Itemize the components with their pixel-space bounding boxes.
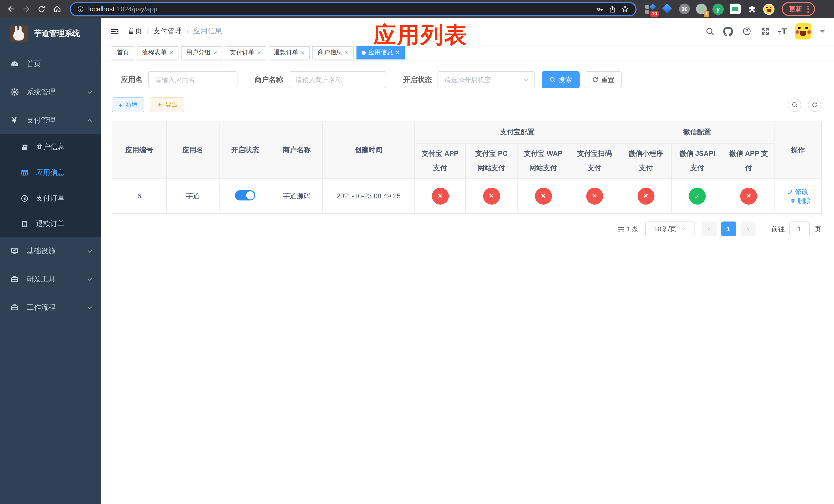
search-icon — [549, 76, 556, 83]
extensions-puzzle-icon[interactable] — [746, 3, 758, 15]
tag-process-form[interactable]: 流程表单× — [137, 46, 178, 59]
hide-search-button[interactable] — [788, 98, 801, 112]
config-status-icon — [740, 188, 757, 205]
extension-recorder-icon[interactable]: 1 — [696, 3, 707, 15]
browser-forward-button[interactable] — [20, 2, 33, 16]
merchant-name-input[interactable] — [289, 71, 386, 88]
col-group-alipay: 支付宝配置 — [415, 122, 620, 143]
refresh-icon — [592, 76, 598, 83]
share-icon[interactable] — [608, 5, 616, 13]
app-name-input[interactable] — [148, 71, 238, 88]
page-size-select[interactable]: 10条/页 — [645, 222, 695, 236]
search-icon[interactable] — [704, 26, 715, 37]
tag-app-info-active[interactable]: 应用信息× — [356, 46, 404, 59]
export-button[interactable]: 导出 — [150, 97, 184, 112]
shop-icon — [20, 143, 29, 151]
sidebar-item-label: 应用信息 — [36, 168, 65, 177]
tag-merchant-info[interactable]: 商户信息× — [313, 46, 354, 59]
sidebar-item-pay-orders[interactable]: 支付订单 — [0, 186, 101, 211]
close-icon[interactable]: × — [257, 49, 261, 56]
goto-page-input[interactable] — [789, 222, 810, 236]
breadcrumb-payment[interactable]: 支付管理 — [153, 27, 182, 36]
refresh-table-button[interactable] — [808, 98, 821, 112]
next-page-button[interactable]: › — [741, 222, 755, 236]
chevron-down-icon — [87, 304, 93, 311]
document-icon — [20, 220, 29, 228]
yen-circle-icon — [20, 194, 29, 203]
col-alipay-wap: 支付宝 WAP 网站支付 — [518, 143, 569, 179]
sidebar-item-label: 支付管理 — [27, 116, 56, 125]
sidebar-submenu-payment: 商户信息 应用信息 支付订单 — [0, 134, 101, 237]
search-button[interactable]: 搜索 — [542, 71, 579, 88]
reset-button[interactable]: 重置 — [585, 71, 622, 88]
chevron-down-icon — [681, 226, 686, 232]
close-icon[interactable]: × — [169, 49, 173, 56]
address-bar[interactable]: localhost:1024/pay/app — [70, 2, 637, 16]
bookmark-star-icon[interactable] — [621, 5, 629, 13]
browser-home-button[interactable] — [50, 2, 64, 16]
tag-pay-order[interactable]: 支付订单× — [225, 46, 266, 59]
tag-home[interactable]: 首页 — [112, 46, 134, 59]
cell-app-id: 6 — [112, 179, 167, 214]
extension-chat-icon[interactable] — [729, 3, 741, 15]
fullscreen-icon[interactable] — [760, 26, 770, 37]
extension-kite-icon[interactable] — [662, 3, 673, 15]
yen-icon: ¥ — [10, 116, 19, 124]
close-icon[interactable]: × — [213, 49, 217, 56]
col-group-wechat: 微信配置 — [620, 122, 774, 143]
github-icon[interactable] — [723, 26, 733, 37]
screen: localhost:1024/pay/app 10 — [0, 0, 834, 504]
delete-link[interactable]: 删除 — [790, 196, 811, 205]
add-button[interactable]: + 新增 — [112, 97, 144, 112]
browser-profile-avatar[interactable] — [763, 3, 774, 15]
monitor-chart-icon — [10, 247, 19, 255]
col-merchant: 商户名称 — [271, 122, 323, 179]
sidebar-fold-icon[interactable] — [110, 26, 119, 36]
chevron-down-icon — [87, 248, 93, 254]
browser-reload-button[interactable] — [35, 2, 48, 16]
browser-update-menu-button[interactable]: 更新 — [782, 2, 815, 16]
sidebar-item-payment[interactable]: ¥ 支付管理 — [0, 106, 101, 134]
search-icon — [791, 101, 798, 108]
breadcrumb-separator: / — [187, 27, 189, 36]
sidebar-item-workflow[interactable]: 工作流程 — [0, 293, 101, 321]
prev-page-button[interactable]: ‹ — [702, 222, 717, 236]
browser-back-button[interactable] — [4, 2, 18, 16]
status-toggle[interactable] — [235, 190, 256, 201]
sidebar-logo-row[interactable]: 芋道管理系统 — [0, 21, 101, 46]
sidebar-item-refund-orders[interactable]: 退款订单 — [0, 211, 101, 237]
font-size-icon[interactable]: TT — [778, 27, 787, 36]
close-icon[interactable]: × — [301, 49, 305, 56]
sidebar-item-dev-tools[interactable]: 研发工具 — [0, 265, 101, 293]
breadcrumb-home[interactable]: 首页 — [128, 27, 142, 36]
extension-tampermonkey-icon[interactable]: 10 — [645, 3, 656, 15]
sidebar-item-system[interactable]: 系统管理 — [0, 78, 101, 106]
sidebar-item-infrastructure[interactable]: 基础设施 — [0, 237, 101, 265]
sidebar-item-app-info[interactable]: 应用信息 — [0, 160, 101, 186]
help-icon[interactable] — [741, 26, 752, 37]
extension-command-icon[interactable] — [679, 3, 690, 15]
sidebar-item-merchant-info[interactable]: 商户信息 — [0, 134, 101, 160]
cell-wechat-app — [723, 179, 774, 214]
breadcrumb-separator: / — [147, 27, 149, 36]
sidebar-item-home[interactable]: 首页 — [0, 50, 101, 78]
command-glyph-icon — [681, 6, 687, 12]
sidebar-item-label: 商户信息 — [36, 142, 65, 152]
status-select[interactable]: 请选择开启状态 — [438, 71, 535, 88]
avatar-caret-down-icon[interactable] — [820, 30, 825, 35]
user-avatar[interactable] — [795, 23, 811, 40]
edit-link[interactable]: 修改 — [787, 187, 808, 196]
gear-icon — [10, 88, 19, 96]
tag-user-group[interactable]: 用户分组× — [181, 46, 222, 59]
config-status-icon — [535, 188, 552, 205]
tag-refund-order[interactable]: 退款订单× — [269, 46, 310, 59]
close-icon[interactable]: × — [345, 49, 349, 56]
password-key-icon[interactable] — [596, 5, 604, 13]
close-icon[interactable]: × — [395, 49, 399, 56]
extension-y-icon[interactable]: y — [712, 3, 724, 15]
toolbox-icon — [10, 275, 19, 283]
download-icon — [156, 102, 162, 108]
page-number-current[interactable]: 1 — [721, 222, 736, 236]
edit-pen-icon — [787, 188, 793, 194]
cell-alipay-pc — [466, 179, 518, 214]
